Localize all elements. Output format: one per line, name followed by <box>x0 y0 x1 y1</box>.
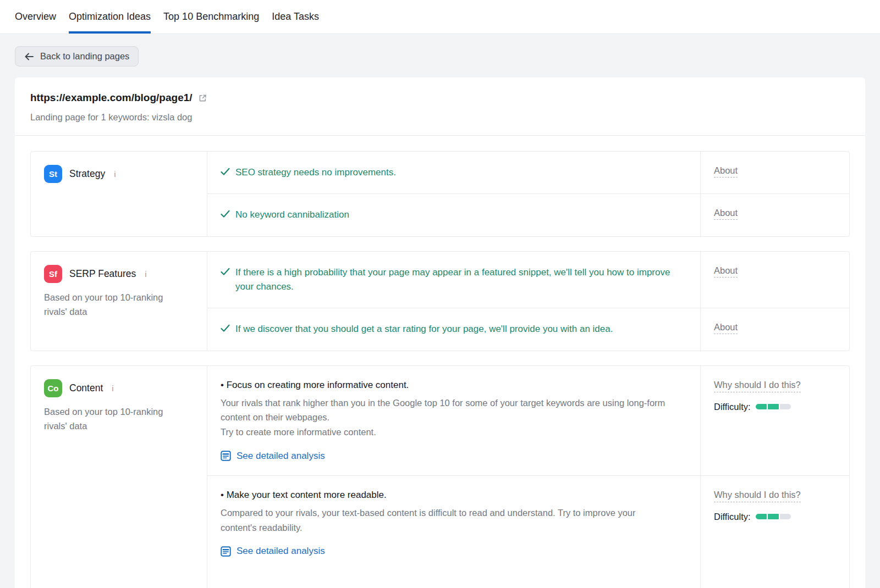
check-icon <box>221 168 230 176</box>
strategy-row-1: SEO strategy needs no improvements. Abou… <box>207 152 849 193</box>
document-icon <box>221 451 231 461</box>
check-icon <box>221 324 230 332</box>
about-link[interactable]: About <box>714 322 738 334</box>
why-should-i-do-this-link[interactable]: Why should I do this? <box>714 490 801 502</box>
idea-title: Focus on creating more informative conte… <box>221 380 687 391</box>
serp-card-title: SERP Features <box>69 268 136 280</box>
serp-card-subtitle: Based on your top 10-ranking rivals' dat… <box>44 290 194 319</box>
idea-cards: St Strategy i SEO strategy needs no impr… <box>15 136 865 588</box>
check-icon <box>221 210 230 218</box>
serp-features-card: Sf SERP Features i Based on your top 10-… <box>30 251 850 351</box>
strategy-card-left: St Strategy i <box>31 152 207 236</box>
content-row-1: Focus on creating more informative conte… <box>207 366 849 475</box>
document-icon <box>221 546 231 557</box>
info-icon[interactable]: i <box>114 169 116 179</box>
serp-badge: Sf <box>44 265 62 283</box>
idea-text: If there is a high probability that your… <box>235 265 675 295</box>
about-link[interactable]: About <box>714 165 738 177</box>
page-subtitle: Landing page for 1 keywords: vizsla dog <box>30 112 850 123</box>
difficulty-label: Difficulty: <box>714 512 751 522</box>
info-icon[interactable]: i <box>145 269 146 279</box>
strategy-badge: St <box>44 165 62 183</box>
content-card-left: Co Content i Based on your top 10-rankin… <box>31 366 207 588</box>
page-url: https://example.com/blog/page1/ <box>30 92 193 104</box>
idea-description: Compared to your rivals, your text-based… <box>221 506 672 535</box>
check-icon <box>221 268 230 276</box>
serp-card-left: Sf SERP Features i Based on your top 10-… <box>31 252 207 351</box>
see-detailed-analysis-link[interactable]: See detailed analysis <box>221 451 687 462</box>
difficulty-label: Difficulty: <box>714 402 751 412</box>
see-detailed-analysis-link[interactable]: See detailed analysis <box>221 546 687 557</box>
landing-page-panel: https://example.com/blog/page1/ Landing … <box>15 77 865 588</box>
serp-row-1: If there is a high probability that your… <box>207 252 849 308</box>
panel-header: https://example.com/blog/page1/ Landing … <box>15 77 865 136</box>
back-arrow-icon <box>24 52 34 61</box>
strategy-card: St Strategy i SEO strategy needs no impr… <box>30 151 850 237</box>
content-card-title: Content <box>69 382 103 394</box>
tab-optimization-ideas[interactable]: Optimization Ideas <box>69 0 151 34</box>
idea-description: Try to create more informative content. <box>221 425 672 440</box>
back-button-label: Back to landing pages <box>40 51 129 62</box>
about-link[interactable]: About <box>714 265 738 278</box>
about-link[interactable]: About <box>714 208 738 220</box>
difficulty-bar <box>756 404 791 409</box>
tab-bar: Overview Optimization Ideas Top 10 Bench… <box>0 0 880 34</box>
content-card: Co Content i Based on your top 10-rankin… <box>30 365 850 588</box>
content-row-2: Make your text content more readable. Co… <box>207 475 849 588</box>
external-link-icon[interactable] <box>198 93 207 103</box>
see-detailed-analysis-label: See detailed analysis <box>237 546 325 557</box>
info-icon[interactable]: i <box>112 384 113 393</box>
serp-row-2: If we discover that you should get a sta… <box>207 308 849 350</box>
content-badge: Co <box>44 379 62 397</box>
content-card-subtitle: Based on your top 10-ranking rivals' dat… <box>44 404 194 434</box>
tab-idea-tasks[interactable]: Idea Tasks <box>272 0 319 34</box>
tab-overview[interactable]: Overview <box>15 0 56 34</box>
tab-top-10-benchmarking[interactable]: Top 10 Benchmarking <box>163 0 259 34</box>
idea-text: No keyword cannibalization <box>235 208 349 222</box>
idea-text: SEO strategy needs no improvements. <box>235 165 396 180</box>
difficulty-bar <box>756 514 791 519</box>
strategy-row-2: No keyword cannibalization About <box>207 193 849 236</box>
see-detailed-analysis-label: See detailed analysis <box>237 451 325 462</box>
strategy-card-title: Strategy <box>69 168 105 180</box>
idea-text: If we discover that you should get a sta… <box>235 322 613 336</box>
idea-title: Make your text content more readable. <box>221 490 687 501</box>
idea-description: Your rivals that rank higher than you in… <box>221 396 672 425</box>
back-to-landing-pages-button[interactable]: Back to landing pages <box>15 46 139 66</box>
why-should-i-do-this-link[interactable]: Why should I do this? <box>714 380 801 392</box>
